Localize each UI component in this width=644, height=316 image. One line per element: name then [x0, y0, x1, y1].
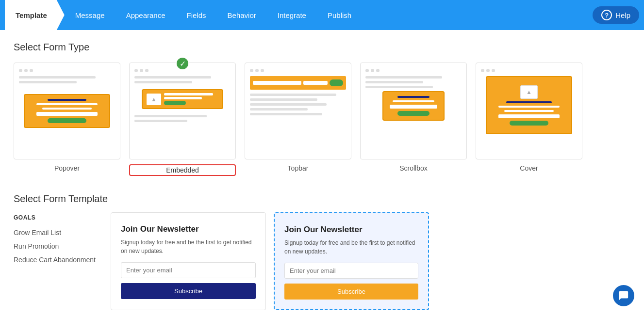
topbar-bar — [250, 76, 346, 90]
template-section-title: Select Form Template — [14, 193, 630, 205]
bg-line — [134, 115, 207, 117]
goal-grow-email[interactable]: Grow Email List — [14, 226, 111, 239]
goals-label: GOALS — [14, 214, 111, 221]
chat-icon — [618, 290, 629, 301]
bg-line — [19, 81, 77, 83]
form-type-scrollbox[interactable]: Scrollbox — [360, 63, 467, 176]
embedded-card-wrapper: ✓ ▲ — [129, 63, 236, 159]
tab-appearance-label: Appearance — [126, 11, 165, 19]
help-label: Help — [615, 11, 630, 19]
popover-box — [24, 94, 110, 128]
body-line — [250, 98, 317, 101]
cover-dots — [481, 69, 495, 72]
scrollbox-card — [382, 91, 445, 121]
embedded-preview: ▲ — [129, 63, 236, 159]
tab-appearance[interactable]: Appearance — [116, 0, 176, 30]
dot — [250, 69, 253, 72]
embed-card: ▲ — [142, 89, 223, 109]
bg-line — [134, 76, 211, 79]
dot — [255, 69, 259, 72]
tab-message-label: Message — [75, 11, 105, 19]
template-card-1[interactable]: Join Our Newsletter Signup today for fre… — [111, 212, 266, 310]
form-type-embedded[interactable]: ✓ ▲ — [129, 63, 236, 176]
scrollbox-input — [390, 105, 437, 109]
form-type-section-title: Select Form Type — [14, 42, 630, 53]
dot — [145, 69, 149, 72]
tab-publish-label: Publish — [328, 11, 351, 19]
tab-fields[interactable]: Fields — [176, 0, 217, 30]
card1-email-input[interactable] — [121, 262, 256, 278]
tab-message[interactable]: Message — [65, 0, 116, 30]
mountain-icon: ▲ — [151, 96, 157, 103]
embed-thumbnail: ▲ — [147, 94, 161, 105]
help-icon: ? — [601, 10, 612, 20]
tab-integrate-label: Integrate — [278, 11, 306, 19]
popup-line — [42, 108, 92, 110]
bg-line — [365, 76, 442, 79]
form-type-popover[interactable]: Popover — [14, 63, 120, 176]
tab-behavior[interactable]: Behavior — [217, 0, 267, 30]
card1-title: Join Our Newsletter — [121, 224, 256, 234]
cover-input — [498, 114, 560, 118]
topbar-preview — [245, 63, 351, 159]
help-button[interactable]: ? Help — [593, 6, 639, 24]
tab-fields-label: Fields — [187, 11, 206, 19]
cover-label: Cover — [476, 164, 582, 172]
card1-subscribe-btn[interactable]: Subscribe — [121, 283, 256, 299]
embedded-label: Embedded — [129, 164, 236, 176]
card2-desc: Signup today for free and be the first t… — [284, 238, 418, 256]
bg-line — [134, 81, 192, 83]
top-navigation: Template Message Appearance Fields Behav… — [0, 0, 644, 30]
form-type-topbar[interactable]: Topbar — [245, 63, 351, 176]
card2-title: Join Our Newsletter — [284, 225, 418, 235]
topbar-label: Topbar — [245, 164, 351, 172]
embed-line — [164, 93, 213, 95]
main-content: Select Form Type — [0, 30, 644, 316]
body-line — [250, 108, 308, 111]
scrollbox-dots — [365, 69, 380, 72]
form-type-cover[interactable]: ▲ Cover — [476, 63, 582, 176]
dot — [140, 69, 143, 72]
popup-input — [36, 112, 98, 116]
topbar-text-area — [253, 81, 301, 85]
popup-btn — [48, 118, 86, 123]
cover-line — [498, 106, 560, 108]
goal-run-promotion[interactable]: Run Promotion — [14, 239, 111, 253]
tab-publish[interactable]: Publish — [317, 0, 362, 30]
cover-line — [504, 110, 554, 112]
template-row: GOALS Grow Email List Run Promotion Redu… — [14, 212, 630, 310]
topbar-input-area — [303, 81, 328, 85]
tab-template-label: Template — [16, 11, 47, 19]
bg-line — [365, 81, 423, 83]
dot — [30, 69, 33, 72]
cover-title — [506, 101, 552, 103]
form-type-row: Popover ✓ ▲ — [14, 63, 630, 176]
tab-integrate[interactable]: Integrate — [267, 0, 317, 30]
topbar-btn — [330, 79, 343, 86]
embedded-dots — [134, 69, 149, 72]
template-card-2[interactable]: Join Our Newsletter Signup today for fre… — [274, 212, 429, 310]
dot — [492, 69, 495, 72]
popup-line — [36, 103, 98, 105]
dot — [261, 69, 264, 72]
scrollbox-title — [397, 96, 429, 98]
card1-desc: Signup today for free and be the first t… — [121, 238, 256, 255]
card2-subscribe-btn[interactable]: Subscribe — [284, 284, 418, 300]
embed-subscribe-btn — [164, 101, 186, 105]
card2-email-input[interactable] — [284, 263, 418, 279]
scrollbox-preview — [360, 63, 467, 159]
body-line — [250, 103, 327, 106]
goal-reduce-cart[interactable]: Reduce Cart Abandonment — [14, 253, 111, 267]
dot — [371, 69, 374, 72]
bg-line — [134, 120, 187, 122]
tab-behavior-label: Behavior — [228, 11, 256, 19]
body-line — [250, 113, 322, 115]
dot — [24, 69, 28, 72]
popover-label: Popover — [14, 164, 120, 172]
cover-image-icon: ▲ — [520, 85, 538, 99]
chat-bubble[interactable] — [613, 285, 634, 306]
popover-dots — [19, 69, 33, 72]
tab-template[interactable]: Template — [5, 0, 65, 30]
embed-right-content — [164, 93, 218, 105]
topbar-body — [250, 94, 346, 115]
